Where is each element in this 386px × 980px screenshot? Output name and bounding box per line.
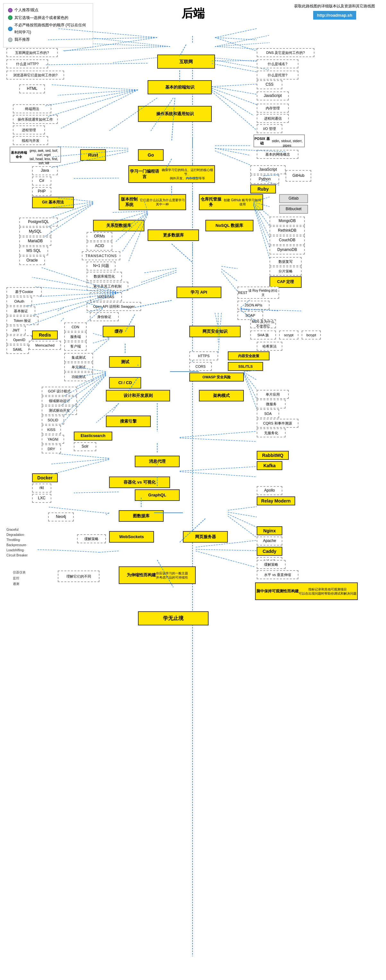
node-mysql: MySQL — [19, 227, 51, 236]
node-dynamodb: DynamoDB — [270, 245, 305, 255]
node-os-how-works: 操作系统通常如何工作 — [13, 115, 58, 124]
node-solid: SOLID — [42, 415, 64, 425]
node-gitlab: Gitlab — [279, 194, 308, 203]
node-docker: Docker — [32, 473, 58, 482]
node-what-is-http: 什么是 HTTP? — [6, 59, 48, 68]
node-cqrs: CQRS 和事件溯源 — [257, 419, 299, 428]
node-couchdb: CouchDB — [270, 236, 305, 245]
node-search-engine: 搜索引擎 — [106, 415, 151, 427]
node-github: GitHub — [286, 170, 311, 181]
node-containerization: 容器化 vs 可视化 — [109, 477, 170, 488]
node-javascript-front: JavaScript — [257, 91, 289, 100]
node-network-concepts: 基本的网络概念 — [257, 150, 299, 159]
node-mariadb: MariaDB — [19, 237, 51, 246]
node-serverless: 无服务化 — [257, 428, 286, 438]
node-content-security: 内容安全政策 — [228, 352, 270, 360]
node-domain: 什么是域名? — [257, 59, 299, 68]
node-horizontal-vertical: 水平 vs 垂直伸缩 — [257, 570, 299, 579]
node-php: PHP — [32, 187, 51, 196]
node-solr: Solr — [74, 442, 96, 451]
node-single-page: 单片应用 — [257, 390, 289, 399]
node-elasticsearch: Elasticsearch — [74, 431, 112, 441]
node-internet: 互联网 — [157, 54, 215, 69]
node-dns: DNS 及它是如何工作的? — [257, 48, 315, 57]
node-jwt: JWT — [6, 326, 25, 335]
node-nosql: NoSQL 数据库 — [205, 220, 254, 231]
node-cdn: CDN — [64, 323, 87, 331]
node-sha: SHA 族 — [250, 331, 276, 339]
node-resiliency-terms: GracefulDegradation·Throttling·Backpress… — [6, 527, 28, 558]
node-python: Python — [250, 175, 279, 184]
node-websockets: WebSockets — [109, 531, 154, 542]
node-more-db: 更多数据库 — [148, 229, 199, 241]
node-threads: 线程与并发 — [13, 136, 48, 145]
legend-text-1: 个人推荐/观点 — [14, 7, 38, 14]
node-ddd: 领域驱动设计 — [42, 396, 77, 405]
node-db-normalization: 数据库规范化 — [87, 272, 122, 281]
node-neo4j: Neo4j — [48, 512, 74, 522]
node-owasp: OWASP 安全风险 — [189, 372, 244, 382]
info-box-link[interactable]: http://roadmap.sh — [313, 11, 356, 19]
node-ssltls: SSL/TLS — [228, 362, 263, 371]
node-css: CSS — [257, 80, 282, 89]
node-microservices: 微服务 — [257, 399, 286, 409]
node-web-server: 网页服务器 — [183, 531, 228, 542]
node-oracle: Oracle — [19, 256, 45, 265]
node-indexes: 索引及其工作机制 — [87, 282, 128, 291]
node-oauth: OAuth — [6, 297, 32, 306]
node-relay-modern: Relay Modern — [257, 496, 295, 505]
legend-item-2: 其它选项—选择这个或者紫色的 — [8, 14, 88, 22]
node-scrypt: scrypt — [279, 331, 299, 339]
node-git: Git 基本用法 — [32, 197, 74, 208]
node-browsers: 浏览器和它们是如何工作的? — [6, 71, 64, 80]
node-ruby: Ruby — [250, 185, 276, 194]
node-token-auth: Token 验证 — [6, 316, 38, 325]
node-javascript-back: JavaScript — [250, 165, 286, 174]
node-go: Go — [138, 149, 164, 161]
node-dry: DRY — [42, 444, 61, 453]
info-box: 获取此路线图的详细版本以及资源和其它路线图 http://roadmap.sh — [286, 3, 383, 19]
node-apollo: Apollo — [257, 486, 282, 495]
node-orms: ORMs — [87, 232, 112, 241]
node-repo-hosting: 仓库托管服务 创建 GitHub 账号学习如何使用 — [199, 194, 263, 210]
node-vcs: 版本控制系统 它们是什么以及为什么需要学习其中一种 — [119, 194, 186, 210]
node-cicd: CI / CD — [109, 377, 141, 388]
node-frontend-basics: 基本的前端知识 — [148, 80, 212, 94]
node-hash-algo: 哈希算法 — [257, 342, 282, 351]
node-redis: Redis — [32, 331, 58, 339]
legend-item-1: 个人推荐/观点 — [8, 7, 88, 14]
node-observability: 脑中保持可观测性而构建 指标记录和其他可观测项目可以在出现问题时帮助你调试和解决… — [255, 582, 358, 600]
node-acid: ACID — [87, 242, 112, 251]
node-understand-diff: 理解它们的不同 — [58, 571, 100, 582]
node-monitoring-terms: 仪器仪表监控通测 — [13, 570, 25, 587]
node-learn-api: 学习 API — [176, 286, 221, 298]
node-sharding: 分片策略 — [270, 267, 302, 276]
node-json-apis: JSON APIs — [237, 301, 270, 310]
node-scalability: 为伸缩性而构建 你应该学习的一般主题并考虑产品的可持续性 — [119, 566, 196, 584]
node-mitigation: 缓解策略 — [77, 534, 106, 543]
node-rabbitmq: RabbitMQ — [257, 451, 289, 460]
node-memory-mgmt: 内存管理 — [257, 103, 289, 113]
node-data-replication: 数据复写 — [270, 257, 302, 266]
node-caddy: Caddy — [257, 547, 282, 556]
node-message-brokers: 消息代理 — [135, 456, 179, 467]
node-how-internet-works: 互联网是如何工作的? — [6, 48, 58, 57]
node-lxc: LXC — [32, 494, 51, 503]
node-rkt: rkt — [32, 484, 51, 493]
node-ipc: 进程间通信 — [257, 114, 289, 123]
node-html: HTML — [19, 84, 45, 93]
node-gof: GOF 设计模式 — [42, 387, 77, 396]
node-client-side: 客户端 — [64, 342, 87, 351]
node-saml: SAML — [6, 345, 29, 354]
node-terminal-usage: 终端用法 — [13, 104, 51, 113]
node-rethinkdb: RethinkDB — [270, 226, 305, 235]
node-n1: N+1 问题 — [87, 261, 116, 270]
node-md5: MD5 及为什么不使用它 — [250, 319, 276, 328]
node-https: HTTPS — [189, 352, 218, 360]
legend-icon-purple — [8, 8, 13, 13]
node-java: Java — [32, 166, 58, 175]
node-server-side: 服务端 — [64, 332, 87, 341]
node-integration-test: 集成测试 — [64, 353, 93, 362]
node-relational-db: 关系型数据库 — [93, 220, 145, 231]
node-apache: Apache — [257, 536, 282, 546]
